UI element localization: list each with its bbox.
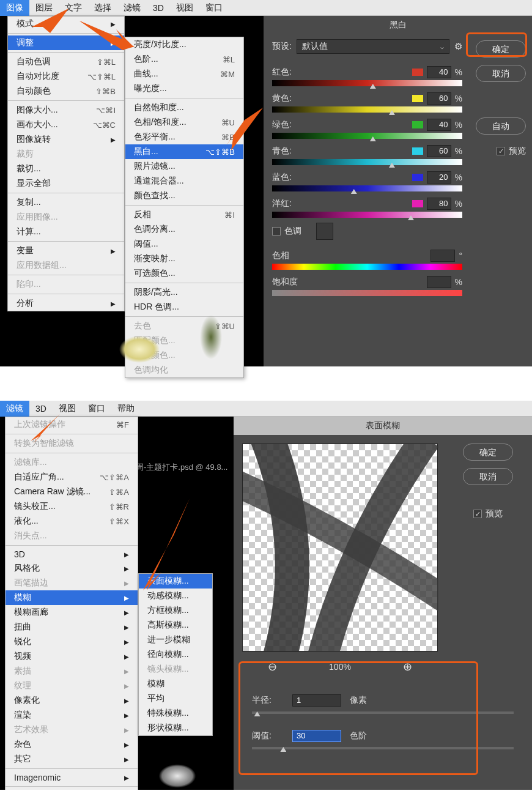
menu-layer[interactable]: 图层 [29,0,59,16]
threshold-input[interactable]: 30 [292,730,341,742]
menu-3d[interactable]: 3D [147,1,170,15]
menu-item[interactable]: 阈值... [125,237,243,251]
menu-window[interactable]: 窗口 [82,401,111,417]
preview-checkbox[interactable]: ✓ [473,510,482,518]
menu-filter[interactable]: 滤镜 [0,401,29,417]
zoom-in-icon[interactable]: ⊕ [403,660,412,674]
menu-item[interactable]: 液化...⇧⌘X [6,514,138,529]
channel-value[interactable]: 40 [427,119,451,131]
menu-help[interactable]: 帮助 [111,401,141,417]
menu-item[interactable]: 颜色查找... [125,188,243,203]
menu-view[interactable]: 视图 [170,0,199,16]
menu-item[interactable]: 扭曲▶ [6,620,138,634]
channel-value[interactable]: 40 [427,66,451,78]
menu-item[interactable]: 自动颜色⇧⌘B [8,84,124,98]
channel-slider[interactable] [272,80,462,86]
menu-item[interactable]: 自动对比度⌥⇧⌘L [8,69,124,84]
channel-slider[interactable] [272,159,462,165]
channel-slider[interactable] [272,212,462,218]
menu-item[interactable]: 阴影/高光... [125,285,243,300]
menu-item[interactable]: 特殊模糊... [139,706,212,721]
menu-item[interactable]: 复制... [8,195,124,210]
menu-item[interactable]: 图像旋转▶ [8,132,124,147]
menu-item[interactable]: 形状模糊... [139,721,212,735]
menu-item[interactable]: Camera Raw 滤镜...⇧⌘A [6,485,138,499]
menu-item[interactable]: 模式▶ [8,17,124,31]
menu-item[interactable]: 显示全部 [8,176,124,191]
menu-item[interactable]: 高斯模糊... [139,618,212,633]
menu-item[interactable]: 色调分离... [125,222,243,237]
menu-item[interactable]: 进一步模糊 [139,633,212,647]
menu-item[interactable]: 平均 [139,691,212,706]
menu-filter[interactable]: 滤镜 [117,0,147,16]
menu-item[interactable]: 像素化▶ [6,693,138,708]
menu-item[interactable]: 曲线...⌘M [125,67,243,81]
menu-item[interactable]: 通道混合器... [125,174,243,188]
menu-item[interactable]: 自然饱和度... [125,100,243,115]
menu-select[interactable]: 选择 [88,0,117,16]
menu-item[interactable]: 照片滤镜... [125,159,243,174]
menu-view[interactable]: 视图 [53,401,82,417]
ok-button[interactable]: 确定 [476,40,526,58]
document-tab[interactable]: 周-主题打卡.psd @ 49.8... [136,462,227,473]
menu-image[interactable]: 图像 [0,0,29,16]
tint-swatch[interactable] [316,223,333,240]
hue-slider[interactable] [272,264,462,270]
menu-item[interactable]: 模糊▶ [6,590,138,605]
menu-item[interactable]: 渲染▶ [6,708,138,722]
menu-item[interactable]: 计算... [8,225,124,239]
cancel-button[interactable]: 取消 [476,65,526,82]
menu-item[interactable]: 色相/饱和度...⌘U [125,115,243,130]
menu-item[interactable]: 反相⌘I [125,207,243,222]
hue-value[interactable] [430,250,455,262]
menu-item[interactable]: 调整▶ [8,35,124,50]
tint-checkbox[interactable] [272,227,281,236]
menu-3d[interactable]: 3D [29,401,53,416]
menu-item[interactable]: 镜头校正...⇧⌘R [6,499,138,514]
menu-item[interactable]: 图像大小...⌥⌘I [8,103,124,117]
radius-input[interactable]: 1 [292,694,341,707]
sat-slider[interactable] [272,290,462,296]
preset-select[interactable]: 默认值⌵ [297,39,449,54]
menu-item[interactable]: 画布大小...⌥⌘C [8,117,124,132]
menu-item[interactable]: 浏览联机滤镜... [6,789,138,790]
cancel-button[interactable]: 取消 [463,468,513,485]
menu-item[interactable]: 色阶...⌘L [125,52,243,67]
sat-value[interactable] [427,276,451,288]
menu-item[interactable]: 黑白...⌥⇧⌘B [125,144,243,159]
ok-button[interactable]: 确定 [463,444,513,461]
menu-item[interactable]: 径向模糊... [139,647,212,662]
menu-item[interactable]: 可选颜色... [125,266,243,281]
menu-window[interactable]: 窗口 [199,0,229,16]
menu-item[interactable]: 其它▶ [6,752,138,767]
threshold-slider[interactable] [252,747,514,749]
channel-value[interactable]: 60 [427,92,451,105]
radius-slider[interactable] [252,711,514,714]
menu-item[interactable]: 3D▶ [6,548,138,561]
auto-button[interactable]: 自动 [476,117,526,135]
menu-text[interactable]: 文字 [59,0,88,16]
channel-value[interactable]: 20 [427,171,451,184]
menu-item[interactable]: 视频▶ [6,649,138,664]
zoom-out-icon[interactable]: ⊖ [268,660,277,674]
menu-item[interactable]: 自动色调⇧⌘L [8,54,124,69]
menu-item[interactable]: 方框模糊... [139,603,212,618]
menu-item[interactable]: 模糊 [139,677,212,691]
preview-checkbox[interactable]: ✓ [497,147,505,155]
menu-item[interactable]: 杂色▶ [6,737,138,752]
menu-item[interactable]: 变量▶ [8,243,124,258]
channel-slider[interactable] [272,185,462,191]
menu-item[interactable]: 裁切... [8,162,124,176]
channel-slider[interactable] [272,106,462,113]
gear-icon[interactable]: ⚙ [454,41,462,52]
menu-item[interactable]: 风格化▶ [6,561,138,576]
menu-item[interactable]: 渐变映射... [125,251,243,266]
menu-item[interactable]: 自适应广角...⌥⇧⌘A [6,470,138,485]
channel-value[interactable]: 60 [427,145,451,157]
menu-item[interactable]: Imagenomic▶ [6,771,138,784]
channel-value[interactable]: 80 [427,198,451,210]
menu-item[interactable]: 色彩平衡...⌘B [125,130,243,144]
menu-item[interactable]: 动感模糊... [139,589,212,603]
channel-slider[interactable] [272,133,462,139]
menu-item[interactable]: 锐化▶ [6,634,138,649]
